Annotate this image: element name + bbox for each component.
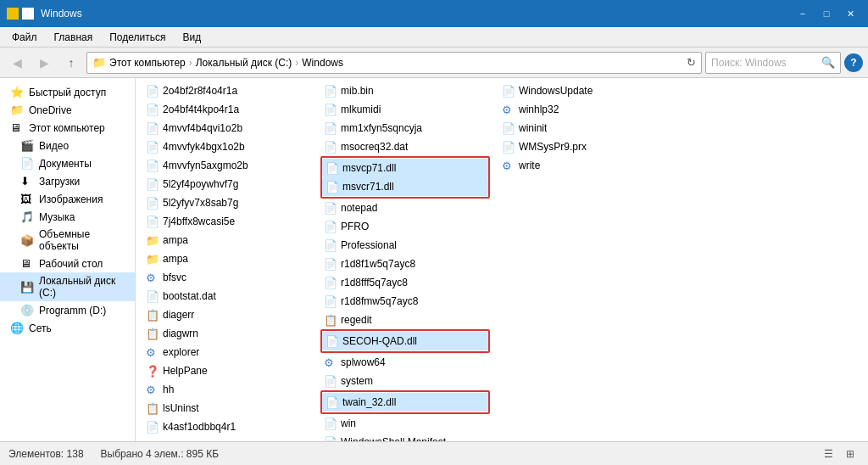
list-item[interactable]: ❓ HelpPane bbox=[142, 361, 312, 380]
file-icon: 📄 bbox=[324, 258, 337, 271]
list-item[interactable]: 📄 win bbox=[320, 414, 490, 433]
sidebar-programm-d[interactable]: 💿 Programm (D:) bbox=[0, 301, 135, 319]
list-item[interactable]: 📄 mm1xfyn5sqncyja bbox=[320, 119, 490, 137]
list-item[interactable]: ⚙ write bbox=[498, 156, 668, 175]
sidebar-quick-access[interactable]: ⭐ Быстрый доступ bbox=[0, 83, 135, 101]
sidebar-desktop[interactable]: 🖥 Рабочий стол bbox=[0, 255, 135, 272]
file-area: 📄 2o4bf2r8f4o4r1a 📄 2o4bf4t4kpo4r1a 📄 4m… bbox=[136, 78, 868, 441]
list-item[interactable]: 📄 twain_32.dll bbox=[322, 393, 488, 412]
sidebar-this-pc[interactable]: 🖥 Этот компьютер bbox=[0, 119, 135, 137]
list-item[interactable]: 📄 mlkumidi bbox=[320, 100, 490, 119]
file-name: WMSysPr9.prx bbox=[519, 141, 587, 153]
list-item[interactable]: 📁 ampa bbox=[142, 249, 312, 268]
list-item[interactable]: 📄 4mvvfyn5axgmo2b bbox=[142, 156, 312, 175]
maximize-button[interactable]: □ bbox=[815, 4, 837, 23]
list-item[interactable]: 📄 2o4bf2r8f4o4r1a bbox=[142, 81, 312, 100]
list-view-button[interactable]: ☰ bbox=[819, 445, 837, 463]
list-item[interactable]: 📋 diagwrn bbox=[142, 324, 312, 343]
red-box-group-1: 📄 msvcp71.dll 📄 msvcr71.dll bbox=[320, 156, 490, 199]
list-item[interactable]: 📋 regedit bbox=[320, 311, 490, 329]
refresh-icon[interactable]: ↻ bbox=[687, 56, 696, 69]
sidebar-images[interactable]: 🖼 Изображения bbox=[0, 190, 135, 208]
list-item[interactable]: ⚙ hh bbox=[142, 380, 312, 399]
red-box-group-3: 📄 twain_32.dll bbox=[320, 390, 490, 414]
list-item[interactable]: ⚙ splwow64 bbox=[320, 353, 490, 372]
file-name: WindowsShell.Manifest bbox=[341, 436, 446, 441]
menu-share[interactable]: Поделиться bbox=[101, 30, 174, 45]
file-icon: 📄 bbox=[146, 216, 159, 228]
sidebar-3d-objects[interactable]: 📦 Объемные объекты bbox=[0, 226, 135, 255]
list-item[interactable]: 📁 ampa bbox=[142, 231, 312, 249]
list-item[interactable]: 📄 mib.bin bbox=[320, 81, 490, 100]
list-item[interactable]: 📄 2o4bf4t4kpo4r1a bbox=[142, 100, 312, 119]
sidebar-local-disk-c[interactable]: 💾 Локальный диск (C:) bbox=[0, 272, 135, 301]
list-item[interactable]: 📄 5l2yf4poywhvf7g bbox=[142, 175, 312, 193]
list-item[interactable]: 📄 PFRO bbox=[320, 217, 490, 236]
list-item[interactable]: ⚙ explorer bbox=[142, 343, 312, 361]
list-item[interactable]: 📄 notepad bbox=[320, 199, 490, 217]
exe-icon: ⚙ bbox=[502, 160, 515, 172]
list-item[interactable]: ⚙ bfsvc bbox=[142, 268, 312, 287]
list-item[interactable]: 📋 lsUninst bbox=[142, 399, 312, 417]
list-item[interactable]: ⚙ winhlp32 bbox=[498, 100, 668, 119]
sidebar-downloads[interactable]: ⬇ Загрузки bbox=[0, 172, 135, 190]
back-button[interactable]: ◀ bbox=[5, 51, 29, 75]
images-icon: 🖼 bbox=[20, 193, 34, 205]
up-button[interactable]: ↑ bbox=[59, 51, 83, 75]
menu-home[interactable]: Главная bbox=[46, 30, 102, 45]
grid-view-button[interactable]: ⊞ bbox=[841, 445, 860, 463]
file-name: wininit bbox=[519, 122, 547, 134]
file-icon: 📄 bbox=[324, 85, 337, 98]
3d-icon: 📦 bbox=[20, 234, 34, 247]
list-item[interactable]: 📄 bootstat.dat bbox=[142, 287, 312, 305]
menu-file[interactable]: Файл bbox=[3, 30, 46, 45]
list-item[interactable]: 📄 r1d8fmw5q7ayc8 bbox=[320, 292, 490, 311]
list-item[interactable]: 📄 WindowsUpdate bbox=[498, 81, 668, 100]
sidebar-music[interactable]: 🎵 Музыка bbox=[0, 208, 135, 226]
file-name: msocreq32.dat bbox=[341, 141, 408, 153]
file-icon: 📋 bbox=[146, 328, 159, 340]
list-item[interactable]: 📄 k4asf1odbbq4r1 bbox=[142, 417, 312, 436]
help-icon: ❓ bbox=[146, 365, 159, 378]
app-icon-white bbox=[22, 8, 34, 20]
app-icon-yellow bbox=[7, 8, 19, 20]
list-item[interactable]: 📄 system bbox=[320, 372, 490, 390]
help-button[interactable]: ? bbox=[844, 53, 863, 72]
close-button[interactable]: ✕ bbox=[839, 4, 861, 23]
breadcrumb-this-pc[interactable]: Этот компьютер bbox=[109, 57, 186, 69]
file-name: explorer bbox=[163, 346, 199, 358]
minimize-button[interactable]: − bbox=[792, 4, 814, 23]
list-item[interactable]: 📄 wininit bbox=[498, 119, 668, 137]
folder-icon: 📁 bbox=[92, 56, 106, 69]
file-icon: 📄 bbox=[324, 417, 337, 430]
sidebar-video[interactable]: 🎬 Видео bbox=[0, 137, 135, 154]
forward-button[interactable]: ▶ bbox=[32, 51, 56, 75]
list-item[interactable]: 📄 4mvvfyk4bgx1o2b bbox=[142, 137, 312, 156]
file-name: 5l2yf4poywhvf7g bbox=[163, 178, 238, 190]
sidebar-documents[interactable]: 📄 Документы bbox=[0, 154, 135, 172]
list-item[interactable]: 📄 msvcr71.dll bbox=[322, 177, 488, 196]
menu-view[interactable]: Вид bbox=[174, 30, 209, 45]
list-item[interactable]: 📄 SECOH-QAD.dll bbox=[322, 332, 488, 350]
list-item[interactable]: 📄 msocreq32.dat bbox=[320, 137, 490, 156]
address-bar[interactable]: 📁 Этот компьютер › Локальный диск (C:) ›… bbox=[86, 52, 702, 74]
list-item[interactable]: 📄 5l2yfyv7x8sab7g bbox=[142, 193, 312, 212]
file-icon: 📄 bbox=[324, 277, 337, 289]
search-placeholder: Поиск: Windows bbox=[711, 57, 818, 69]
list-item[interactable]: 📄 WindowsShell.Manifest bbox=[320, 433, 490, 441]
file-name: system bbox=[341, 375, 373, 387]
documents-label: Документы bbox=[39, 158, 92, 170]
breadcrumb-windows[interactable]: Windows bbox=[302, 57, 343, 69]
list-item[interactable]: 📄 r1d8f1w5q7ayc8 bbox=[320, 255, 490, 273]
list-item[interactable]: 📄 msvcp71.dll bbox=[322, 159, 488, 177]
search-box[interactable]: Поиск: Windows 🔍 bbox=[705, 52, 841, 74]
breadcrumb-drive-c[interactable]: Локальный диск (C:) bbox=[196, 57, 292, 69]
list-item[interactable]: 📄 7j4bffx8wcasi5e bbox=[142, 212, 312, 231]
list-item[interactable]: 📋 diagerr bbox=[142, 305, 312, 324]
list-item[interactable]: 📄 4mvvf4b4qvi1o2b bbox=[142, 119, 312, 137]
list-item[interactable]: 📄 r1d8fff5q7ayc8 bbox=[320, 273, 490, 292]
list-item[interactable]: 📄 Professional bbox=[320, 236, 490, 255]
list-item[interactable]: 📄 WMSysPr9.prx bbox=[498, 137, 668, 156]
sidebar-onedrive[interactable]: 📁 OneDrive bbox=[0, 101, 135, 119]
sidebar-network[interactable]: 🌐 Сеть bbox=[0, 319, 135, 337]
